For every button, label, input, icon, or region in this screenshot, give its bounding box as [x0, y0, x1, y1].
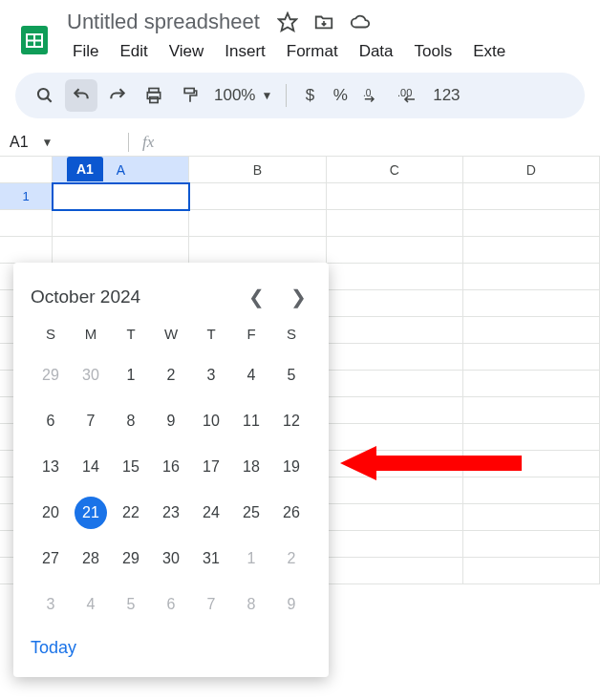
- datepicker-day[interactable]: 20: [31, 497, 71, 529]
- print-button[interactable]: [138, 79, 170, 112]
- datepicker-day[interactable]: 30: [151, 542, 191, 575]
- cell[interactable]: [463, 210, 600, 237]
- menu-view[interactable]: View: [160, 38, 214, 65]
- datepicker-day[interactable]: 3: [191, 359, 231, 392]
- cell[interactable]: [327, 290, 463, 317]
- cloud-status-icon[interactable]: [350, 11, 371, 32]
- datepicker-day[interactable]: 29: [31, 359, 71, 392]
- cell[interactable]: [327, 397, 463, 424]
- datepicker-day[interactable]: 29: [111, 542, 151, 575]
- column-header-d[interactable]: D: [463, 157, 600, 183]
- datepicker-day[interactable]: 27: [31, 542, 71, 575]
- cell[interactable]: [463, 504, 600, 531]
- cell-a1[interactable]: [53, 183, 189, 210]
- datepicker-day[interactable]: 18: [231, 451, 271, 483]
- more-formats-button[interactable]: 123: [430, 86, 462, 105]
- menu-file[interactable]: File: [63, 38, 108, 65]
- datepicker-day[interactable]: 11: [231, 405, 271, 437]
- cell[interactable]: [189, 210, 326, 237]
- menu-extensions[interactable]: Exte: [463, 38, 515, 65]
- row-header[interactable]: [0, 210, 53, 237]
- prev-month-button[interactable]: ❮: [243, 284, 269, 310]
- datepicker-day[interactable]: 14: [71, 451, 111, 483]
- datepicker-day[interactable]: 31: [191, 542, 231, 575]
- cell[interactable]: [463, 558, 600, 584]
- select-all-corner[interactable]: [0, 157, 53, 183]
- datepicker-day[interactable]: 5: [271, 359, 311, 392]
- cell[interactable]: [327, 477, 463, 504]
- datepicker-day[interactable]: 9: [271, 588, 311, 621]
- menu-edit[interactable]: Edit: [110, 38, 157, 65]
- datepicker-day[interactable]: 25: [231, 497, 271, 529]
- datepicker-day[interactable]: 30: [71, 359, 111, 392]
- cell[interactable]: [53, 237, 189, 264]
- cell[interactable]: [463, 477, 600, 504]
- cell[interactable]: [463, 237, 600, 264]
- cell[interactable]: [463, 371, 600, 397]
- name-box[interactable]: A1 ▼: [10, 134, 115, 151]
- cell[interactable]: [53, 210, 189, 237]
- cell[interactable]: [327, 317, 463, 344]
- redo-button[interactable]: [101, 79, 134, 112]
- undo-button[interactable]: [65, 79, 97, 112]
- datepicker-day[interactable]: 8: [111, 405, 151, 437]
- cell[interactable]: [327, 531, 463, 558]
- datepicker-day[interactable]: 23: [151, 497, 191, 529]
- datepicker-day[interactable]: 5: [111, 588, 151, 621]
- datepicker-day[interactable]: 3: [31, 588, 71, 621]
- cell[interactable]: [327, 210, 463, 237]
- cell[interactable]: [327, 344, 463, 371]
- datepicker-day[interactable]: 12: [271, 405, 311, 437]
- star-icon[interactable]: [277, 11, 298, 32]
- datepicker-day[interactable]: 2: [271, 542, 311, 575]
- datepicker-day[interactable]: 15: [111, 451, 151, 483]
- cell[interactable]: [463, 290, 600, 317]
- move-to-folder-icon[interactable]: [313, 11, 334, 32]
- paint-format-button[interactable]: [174, 79, 206, 112]
- datepicker-day[interactable]: 7: [71, 405, 111, 437]
- datepicker-day-today[interactable]: 21: [75, 497, 107, 529]
- chevron-down-icon[interactable]: ▼: [42, 136, 54, 149]
- datepicker-day[interactable]: 2: [151, 359, 191, 392]
- cell[interactable]: [327, 183, 463, 210]
- cell[interactable]: [463, 264, 600, 290]
- currency-format-button[interactable]: $: [296, 86, 323, 105]
- datepicker-day[interactable]: 6: [31, 405, 71, 437]
- document-title[interactable]: Untitled spreadsheet: [63, 8, 264, 36]
- cell[interactable]: [463, 531, 600, 558]
- cell[interactable]: [463, 397, 600, 424]
- datepicker-month-label[interactable]: October 2024: [31, 286, 140, 308]
- percent-format-button[interactable]: %: [327, 86, 354, 105]
- datepicker-day[interactable]: 17: [191, 451, 231, 483]
- datepicker-day[interactable]: 10: [191, 405, 231, 437]
- datepicker-day[interactable]: 28: [71, 542, 111, 575]
- next-month-button[interactable]: ❯: [285, 284, 311, 310]
- column-header-b[interactable]: B: [189, 157, 326, 183]
- cell[interactable]: [189, 183, 326, 210]
- row-header[interactable]: [0, 237, 53, 264]
- increase-decimal-button[interactable]: .00: [394, 79, 426, 112]
- cell[interactable]: [463, 317, 600, 344]
- datepicker-day[interactable]: 4: [231, 359, 271, 392]
- cell[interactable]: [327, 237, 463, 264]
- menu-tools[interactable]: Tools: [405, 38, 462, 65]
- cell[interactable]: [327, 371, 463, 397]
- decrease-decimal-button[interactable]: .0: [357, 79, 390, 112]
- search-menus-button[interactable]: [29, 79, 61, 112]
- datepicker-day[interactable]: 24: [191, 497, 231, 529]
- datepicker-day[interactable]: 9: [151, 405, 191, 437]
- cell[interactable]: [327, 504, 463, 531]
- datepicker-day[interactable]: 16: [151, 451, 191, 483]
- sheets-logo[interactable]: [15, 21, 54, 59]
- column-header-c[interactable]: C: [327, 157, 463, 183]
- datepicker-day[interactable]: 6: [151, 588, 191, 621]
- datepicker-day[interactable]: 7: [191, 588, 231, 621]
- datepicker-day[interactable]: 8: [231, 588, 271, 621]
- cell[interactable]: [327, 264, 463, 290]
- datepicker-day[interactable]: 1: [111, 359, 151, 392]
- cell[interactable]: [327, 558, 463, 584]
- cell[interactable]: [463, 183, 600, 210]
- datepicker-day[interactable]: 19: [271, 451, 311, 483]
- cell[interactable]: [463, 344, 600, 371]
- row-header-1[interactable]: 1: [0, 183, 53, 210]
